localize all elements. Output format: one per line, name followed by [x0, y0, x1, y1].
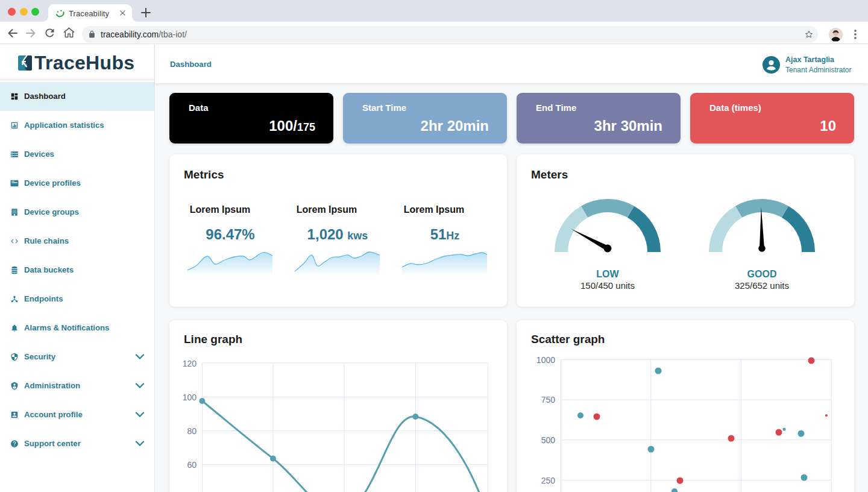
svg-text:60: 60: [187, 460, 197, 470]
svg-text:100: 100: [183, 393, 197, 402]
svg-text:500: 500: [541, 435, 556, 445]
svg-text:120: 120: [183, 359, 197, 368]
svg-text:80: 80: [187, 426, 197, 436]
svg-text:250: 250: [541, 476, 556, 485]
svg-text:1000: 1000: [536, 355, 555, 365]
svg-text:750: 750: [541, 395, 556, 405]
